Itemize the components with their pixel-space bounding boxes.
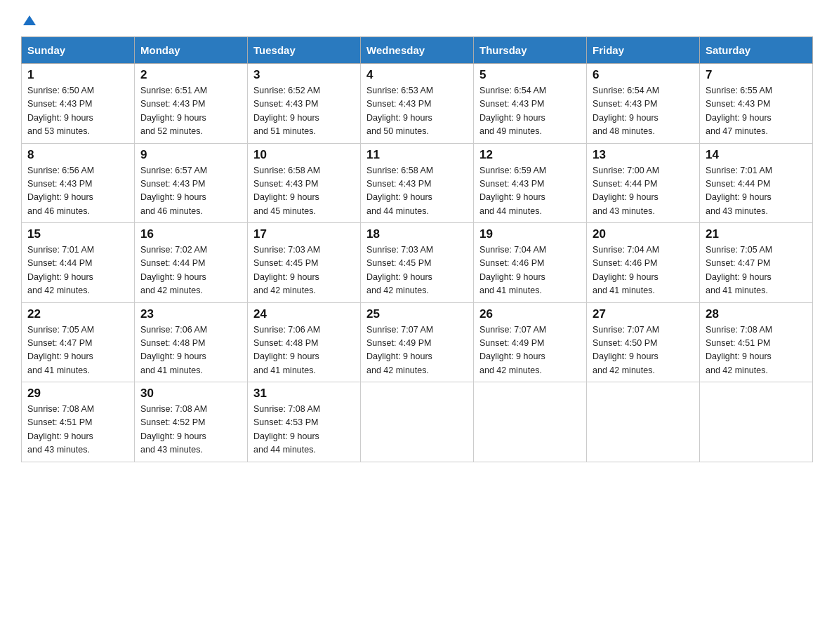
day-info-line: Sunrise: 7:03 AM: [253, 243, 355, 257]
day-info-line: Daylight: 9 hours: [366, 191, 468, 204]
header-saturday: Saturday: [700, 37, 813, 64]
table-row: 15Sunrise: 7:01 AMSunset: 4:44 PMDayligh…: [22, 223, 135, 303]
day-info-line: Sunrise: 7:00 AM: [593, 164, 694, 177]
day-number: 9: [140, 148, 241, 162]
day-info-line: Daylight: 9 hours: [253, 191, 355, 204]
day-info: Sunrise: 7:03 AMSunset: 4:45 PMDaylight:…: [253, 243, 355, 298]
day-info-line: and 42 minutes.: [253, 284, 355, 297]
day-info-line: Sunrise: 7:05 AM: [706, 243, 807, 257]
day-info-line: Sunset: 4:48 PM: [253, 337, 355, 350]
day-info-line: and 47 minutes.: [706, 125, 807, 138]
page-header: [21, 14, 813, 24]
day-info-line: Daylight: 9 hours: [706, 350, 807, 363]
table-row: [587, 382, 700, 462]
day-info-line: Daylight: 9 hours: [706, 271, 807, 284]
table-row: 8Sunrise: 6:56 AMSunset: 4:43 PMDaylight…: [22, 143, 135, 223]
day-info-line: and 43 minutes.: [706, 205, 807, 218]
day-info-line: Sunset: 4:44 PM: [706, 177, 807, 191]
table-row: 22Sunrise: 7:05 AMSunset: 4:47 PMDayligh…: [22, 302, 135, 382]
day-info-line: Daylight: 9 hours: [253, 112, 355, 125]
day-info: Sunrise: 7:08 AMSunset: 4:51 PMDaylight:…: [27, 403, 128, 457]
day-info-line: Sunset: 4:43 PM: [706, 98, 807, 111]
day-number: 2: [140, 68, 241, 82]
table-row: 6Sunrise: 6:54 AMSunset: 4:43 PMDaylight…: [587, 64, 700, 144]
day-info-line: Sunset: 4:48 PM: [140, 337, 241, 350]
day-info: Sunrise: 7:07 AMSunset: 4:49 PMDaylight:…: [479, 323, 581, 378]
day-info-line: and 48 minutes.: [593, 125, 694, 138]
day-info-line: Daylight: 9 hours: [593, 191, 694, 204]
day-number: 27: [593, 307, 694, 321]
day-info-line: Sunset: 4:43 PM: [253, 98, 355, 111]
day-info-line: and 51 minutes.: [253, 125, 355, 138]
day-info-line: Daylight: 9 hours: [479, 191, 581, 204]
day-info-line: and 41 minutes.: [593, 284, 694, 297]
week-row-5: 29Sunrise: 7:08 AMSunset: 4:51 PMDayligh…: [22, 382, 813, 462]
day-info: Sunrise: 7:01 AMSunset: 4:44 PMDaylight:…: [706, 164, 807, 219]
day-info-line: and 42 minutes.: [706, 364, 807, 377]
day-info: Sunrise: 6:53 AMSunset: 4:43 PMDaylight:…: [366, 84, 468, 139]
table-row: 30Sunrise: 7:08 AMSunset: 4:52 PMDayligh…: [135, 382, 248, 462]
day-info: Sunrise: 6:52 AMSunset: 4:43 PMDaylight:…: [253, 84, 355, 139]
day-info-line: and 42 minutes.: [27, 284, 128, 297]
day-info-line: Sunset: 4:44 PM: [593, 177, 694, 191]
day-number: 20: [593, 227, 694, 241]
day-info: Sunrise: 7:05 AMSunset: 4:47 PMDaylight:…: [706, 243, 807, 298]
day-info-line: Sunset: 4:47 PM: [706, 257, 807, 270]
day-number: 31: [253, 387, 355, 401]
day-info-line: Daylight: 9 hours: [593, 271, 694, 284]
table-row: 1Sunrise: 6:50 AMSunset: 4:43 PMDaylight…: [22, 64, 135, 144]
day-info-line: Sunrise: 6:52 AM: [253, 84, 355, 98]
header-sunday: Sunday: [22, 37, 135, 64]
day-info: Sunrise: 7:06 AMSunset: 4:48 PMDaylight:…: [253, 323, 355, 378]
day-info: Sunrise: 7:08 AMSunset: 4:53 PMDaylight:…: [253, 403, 355, 457]
table-row: [361, 382, 474, 462]
day-info-line: and 53 minutes.: [27, 125, 128, 138]
day-info-line: and 41 minutes.: [140, 364, 241, 377]
day-info-line: Daylight: 9 hours: [593, 112, 694, 125]
day-info-line: Sunrise: 7:07 AM: [366, 323, 468, 337]
table-row: 16Sunrise: 7:02 AMSunset: 4:44 PMDayligh…: [135, 223, 248, 303]
day-number: 1: [27, 68, 128, 82]
day-info-line: Sunrise: 7:07 AM: [479, 323, 581, 337]
day-info-line: and 44 minutes.: [479, 205, 581, 218]
day-info-line: Sunset: 4:43 PM: [27, 98, 128, 111]
calendar-table: SundayMondayTuesdayWednesdayThursdayFrid…: [21, 36, 813, 462]
day-info-line: Daylight: 9 hours: [706, 191, 807, 204]
day-info-line: and 44 minutes.: [366, 205, 468, 218]
day-number: 6: [593, 68, 694, 82]
day-info-line: and 41 minutes.: [706, 284, 807, 297]
header-friday: Friday: [587, 37, 700, 64]
day-info-line: and 46 minutes.: [140, 205, 241, 218]
day-info-line: Sunset: 4:53 PM: [253, 416, 355, 429]
day-info: Sunrise: 6:50 AMSunset: 4:43 PMDaylight:…: [27, 84, 128, 139]
day-info-line: Sunrise: 7:02 AM: [140, 243, 241, 257]
table-row: 11Sunrise: 6:58 AMSunset: 4:43 PMDayligh…: [361, 143, 474, 223]
table-row: 23Sunrise: 7:06 AMSunset: 4:48 PMDayligh…: [135, 302, 248, 382]
table-row: 31Sunrise: 7:08 AMSunset: 4:53 PMDayligh…: [248, 382, 361, 462]
day-info-line: Sunrise: 7:05 AM: [27, 323, 128, 337]
day-number: 25: [366, 307, 468, 321]
day-info-line: Sunrise: 7:01 AM: [706, 164, 807, 177]
day-info-line: Daylight: 9 hours: [27, 430, 128, 443]
table-row: 9Sunrise: 6:57 AMSunset: 4:43 PMDaylight…: [135, 143, 248, 223]
day-info-line: Daylight: 9 hours: [706, 112, 807, 125]
day-info-line: Sunset: 4:45 PM: [366, 257, 468, 270]
day-number: 19: [479, 227, 581, 241]
table-row: 27Sunrise: 7:07 AMSunset: 4:50 PMDayligh…: [587, 302, 700, 382]
day-info: Sunrise: 7:04 AMSunset: 4:46 PMDaylight:…: [479, 243, 581, 298]
day-info-line: Sunset: 4:49 PM: [479, 337, 581, 350]
day-info-line: Sunset: 4:46 PM: [479, 257, 581, 270]
day-info-line: Daylight: 9 hours: [27, 112, 128, 125]
table-row: 24Sunrise: 7:06 AMSunset: 4:48 PMDayligh…: [248, 302, 361, 382]
day-info-line: and 41 minutes.: [253, 364, 355, 377]
table-row: [700, 382, 813, 462]
logo: [21, 14, 36, 24]
table-row: 14Sunrise: 7:01 AMSunset: 4:44 PMDayligh…: [700, 143, 813, 223]
header-row: SundayMondayTuesdayWednesdayThursdayFrid…: [22, 37, 813, 64]
day-info-line: Sunrise: 7:08 AM: [253, 403, 355, 416]
day-info-line: and 43 minutes.: [593, 205, 694, 218]
day-info-line: Sunrise: 7:06 AM: [253, 323, 355, 337]
day-info: Sunrise: 7:07 AMSunset: 4:50 PMDaylight:…: [593, 323, 694, 378]
day-number: 4: [366, 68, 468, 82]
week-row-2: 8Sunrise: 6:56 AMSunset: 4:43 PMDaylight…: [22, 143, 813, 223]
